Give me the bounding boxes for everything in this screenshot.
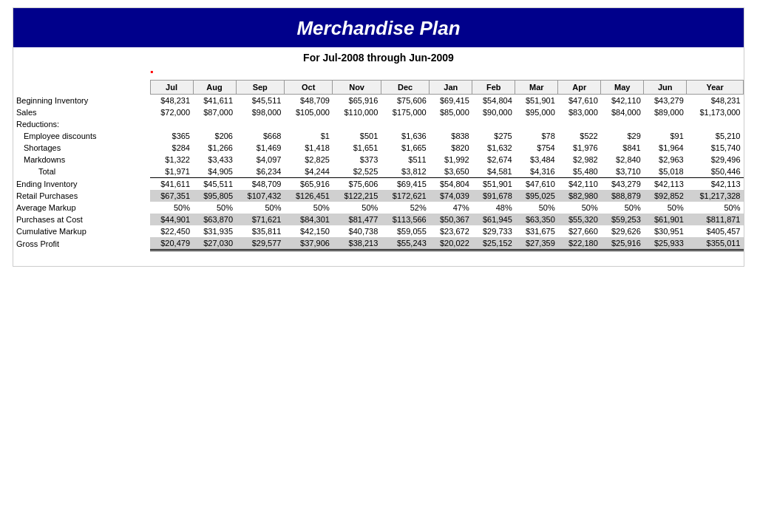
average-markup-label: Average Markup bbox=[13, 202, 150, 214]
header-apr: Apr bbox=[558, 81, 601, 95]
header-mar: Mar bbox=[515, 81, 558, 95]
sales-feb: $90,000 bbox=[472, 106, 515, 118]
cm-mar: $31,675 bbox=[515, 225, 558, 237]
tot-sep: $6,234 bbox=[236, 166, 284, 178]
header-aug: Aug bbox=[193, 81, 236, 95]
sales-mar: $95,000 bbox=[515, 106, 558, 118]
am-nov: 50% bbox=[333, 202, 381, 214]
am-aug: 50% bbox=[193, 202, 236, 214]
pc-oct: $84,301 bbox=[284, 214, 332, 225]
ed-feb: $275 bbox=[472, 130, 515, 142]
gp-jul: $20,479 bbox=[150, 237, 193, 250]
am-jun: 50% bbox=[644, 202, 687, 214]
header-jul: Jul bbox=[150, 81, 193, 95]
ed-oct: $1 bbox=[284, 130, 332, 142]
cm-nov: $40,738 bbox=[333, 225, 381, 237]
pc-year: $811,871 bbox=[687, 214, 744, 225]
gp-may: $25,916 bbox=[601, 237, 644, 250]
gp-jan: $20,022 bbox=[430, 237, 472, 250]
bi-apr: $47,610 bbox=[558, 95, 601, 107]
rp-apr: $82,980 bbox=[558, 190, 601, 202]
rp-dec: $172,621 bbox=[381, 190, 429, 202]
ei-aug: $45,511 bbox=[193, 178, 236, 191]
ei-may: $43,279 bbox=[601, 178, 644, 191]
pc-feb: $61,945 bbox=[472, 214, 515, 225]
tot-nov: $2,525 bbox=[333, 166, 381, 178]
rp-jul: $67,351 bbox=[150, 190, 193, 202]
header-year: Year bbox=[687, 81, 744, 95]
md-mar: $3,484 bbox=[515, 154, 558, 166]
ed-nov: $501 bbox=[333, 130, 381, 142]
sales-nov: $110,000 bbox=[333, 106, 381, 118]
header-sep: Sep bbox=[236, 81, 284, 95]
md-jan: $1,992 bbox=[430, 154, 472, 166]
pc-mar: $63,350 bbox=[515, 214, 558, 225]
gp-year: $355,011 bbox=[687, 237, 744, 250]
ed-dec: $1,636 bbox=[381, 130, 429, 142]
gp-aug: $27,030 bbox=[193, 237, 236, 250]
rp-sep: $107,432 bbox=[236, 190, 284, 202]
md-feb: $2,674 bbox=[472, 154, 515, 166]
sales-jan: $85,000 bbox=[430, 106, 472, 118]
pc-sep: $71,621 bbox=[236, 214, 284, 225]
rp-aug: $95,805 bbox=[193, 190, 236, 202]
cm-apr: $27,660 bbox=[558, 225, 601, 237]
gp-feb: $25,152 bbox=[472, 237, 515, 250]
sales-may: $84,000 bbox=[601, 106, 644, 118]
average-markup-row: Average Markup 50% 50% 50% 50% 50% 52% 4… bbox=[13, 202, 744, 214]
purchases-cost-label: Purchases at Cost bbox=[13, 214, 150, 225]
tot-dec: $3,812 bbox=[381, 166, 429, 178]
gp-mar: $27,359 bbox=[515, 237, 558, 250]
sh-nov: $1,651 bbox=[333, 142, 381, 154]
sales-dec: $175,000 bbox=[381, 106, 429, 118]
md-aug: $3,433 bbox=[193, 154, 236, 166]
ei-feb: $51,901 bbox=[472, 178, 515, 191]
cm-oct: $42,150 bbox=[284, 225, 332, 237]
bi-may: $42,110 bbox=[601, 95, 644, 107]
sales-jul: $72,000 bbox=[150, 106, 193, 118]
ed-sep: $668 bbox=[236, 130, 284, 142]
sh-sep: $1,469 bbox=[236, 142, 284, 154]
bi-nov: $65,916 bbox=[333, 95, 381, 107]
rp-may: $88,879 bbox=[601, 190, 644, 202]
header-empty bbox=[13, 81, 150, 95]
cm-year: $405,457 bbox=[687, 225, 744, 237]
am-may: 50% bbox=[601, 202, 644, 214]
bi-mar: $51,901 bbox=[515, 95, 558, 107]
title-bar: Merchandise Plan bbox=[13, 8, 744, 47]
tot-feb: $4,581 bbox=[472, 166, 515, 178]
md-jun: $2,963 bbox=[644, 154, 687, 166]
retail-purchases-label: Retail Purchases bbox=[13, 190, 150, 202]
cm-jul: $22,450 bbox=[150, 225, 193, 237]
pc-jan: $50,367 bbox=[430, 214, 472, 225]
sh-aug: $1,266 bbox=[193, 142, 236, 154]
sh-apr: $1,976 bbox=[558, 142, 601, 154]
gross-profit-row: Gross Profit $20,479 $27,030 $29,577 $37… bbox=[13, 237, 744, 250]
ei-year: $42,113 bbox=[687, 178, 744, 191]
ei-jun: $42,113 bbox=[644, 178, 687, 191]
rp-jun: $92,852 bbox=[644, 190, 687, 202]
ending-inventory-label: Ending Inventory bbox=[13, 178, 150, 191]
sales-apr: $83,000 bbox=[558, 106, 601, 118]
header-jun: Jun bbox=[644, 81, 687, 95]
am-year: 50% bbox=[687, 202, 744, 214]
md-sep: $4,097 bbox=[236, 154, 284, 166]
gp-sep: $29,577 bbox=[236, 237, 284, 250]
sales-label: Sales bbox=[13, 106, 150, 118]
ei-jan: $54,804 bbox=[430, 178, 472, 191]
ei-sep: $48,709 bbox=[236, 178, 284, 191]
am-sep: 50% bbox=[236, 202, 284, 214]
sh-jul: $284 bbox=[150, 142, 193, 154]
sh-mar: $754 bbox=[515, 142, 558, 154]
am-mar: 50% bbox=[515, 202, 558, 214]
bi-feb: $54,804 bbox=[472, 95, 515, 107]
bi-dec: $75,606 bbox=[381, 95, 429, 107]
markdowns-row: Markdowns $1,322 $3,433 $4,097 $2,825 $3… bbox=[13, 154, 744, 166]
retail-purchases-row: Retail Purchases $67,351 $95,805 $107,43… bbox=[13, 190, 744, 202]
ei-nov: $75,606 bbox=[333, 178, 381, 191]
employee-discounts-label: Employee discounts bbox=[13, 130, 150, 142]
markdowns-label: Markdowns bbox=[13, 154, 150, 166]
cumulative-markup-row: Cumulative Markup $22,450 $31,935 $35,81… bbox=[13, 225, 744, 237]
gross-profit-label: Gross Profit bbox=[13, 237, 150, 250]
bi-sep: $45,511 bbox=[236, 95, 284, 107]
